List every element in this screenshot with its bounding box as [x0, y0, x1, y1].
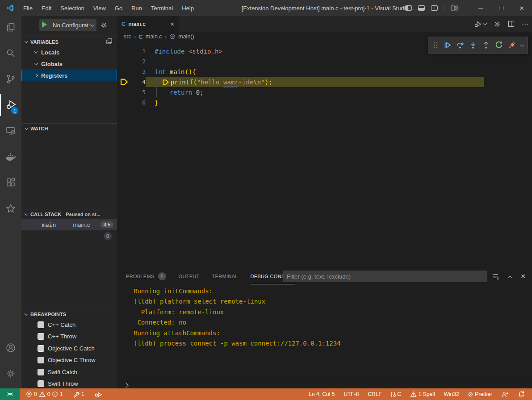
eol-indicator[interactable]: CRLF — [365, 388, 384, 400]
chevron-down-icon — [90, 22, 95, 27]
breakpoint-checkbox[interactable] — [38, 333, 44, 340]
split-editor-icon[interactable] — [508, 21, 515, 27]
menu-selection[interactable]: Selection — [56, 0, 88, 16]
breakpoint-gutter[interactable] — [117, 46, 131, 56]
code-line[interactable]: 3int main(){ — [117, 67, 532, 77]
source-control-icon[interactable] — [0, 68, 21, 90]
maximize-button[interactable] — [491, 0, 511, 16]
minimize-button[interactable] — [470, 0, 491, 16]
toggle-secondary-sidebar-icon[interactable] — [431, 5, 438, 11]
variables-scope-registers[interactable]: Registers — [21, 70, 117, 81]
menu-help[interactable]: Help — [177, 0, 198, 16]
breakpoint-gutter[interactable] — [117, 56, 131, 67]
tab-main-c[interactable]: C main.c × — [117, 16, 179, 32]
step-over-icon[interactable] — [456, 41, 465, 50]
tab-close-icon[interactable]: × — [171, 21, 174, 28]
call-stack-header[interactable]: CALL STACK Paused on st... — [21, 209, 117, 219]
customize-layout-icon[interactable] — [451, 5, 458, 11]
breakpoint-row[interactable]: Objective C Catch — [21, 342, 117, 354]
menu-go[interactable]: Go — [110, 0, 127, 16]
breakpoint-gutter[interactable] — [117, 87, 131, 97]
breakpoint-checkbox[interactable] — [38, 321, 44, 328]
breadcrumb-file[interactable]: main.c — [146, 33, 162, 40]
run-or-debug-button[interactable] — [474, 20, 486, 28]
continue-icon[interactable] — [443, 41, 452, 50]
toggle-sidebar-icon[interactable] — [405, 5, 412, 11]
language-mode[interactable]: { } C — [388, 388, 404, 400]
clear-console-icon[interactable] — [492, 273, 499, 280]
breadcrumb-symbol[interactable]: main() — [178, 33, 194, 40]
disconnect-icon[interactable] — [507, 41, 516, 50]
menu-view[interactable]: View — [89, 0, 110, 16]
start-debug-icon[interactable] — [42, 21, 47, 28]
breakpoint-row[interactable]: C++ Catch — [21, 319, 117, 331]
encoding-indicator[interactable]: UTF-8 — [341, 388, 361, 400]
step-out-icon[interactable] — [482, 41, 490, 50]
breakpoint-checkbox[interactable] — [38, 357, 44, 363]
code-line[interactable]: 6} — [117, 97, 532, 108]
settings-gear-icon[interactable] — [0, 362, 21, 385]
variables-scope-locals[interactable]: Locals — [21, 46, 117, 58]
menu-terminal[interactable]: Terminal — [147, 0, 177, 16]
breakpoint-gutter[interactable] — [117, 77, 131, 87]
toolbar-grip-icon[interactable] — [432, 41, 439, 50]
run-and-debug-icon[interactable]: 1 — [0, 94, 21, 116]
restart-icon[interactable] — [494, 41, 503, 50]
debug-console-output[interactable]: Running initCommands:(lldb) platform sel… — [117, 286, 532, 381]
explorer-icon[interactable] — [0, 16, 21, 38]
remote-indicator[interactable]: >< — [0, 388, 20, 400]
panel-tab-output[interactable]: OUTPUT — [179, 268, 200, 284]
close-button[interactable]: ✕ — [511, 0, 532, 16]
feedback-icon[interactable] — [498, 388, 511, 400]
breakpoint-checkbox[interactable] — [38, 369, 44, 375]
debug-status-icon[interactable] — [92, 388, 105, 400]
remote-explorer-icon[interactable] — [0, 120, 21, 142]
code-line[interactable]: 5 return 0; — [117, 87, 532, 97]
code-editor[interactable]: 1#include <stdio.h>23int main(){4 printf… — [117, 42, 532, 268]
menu-edit[interactable]: Edit — [37, 0, 56, 16]
breakpoint-row[interactable]: Swift Catch — [21, 366, 117, 378]
panel-tab-terminal[interactable]: TERMINAL — [212, 268, 238, 284]
breadcrumb-folder[interactable]: src — [124, 33, 131, 40]
cursor-position[interactable]: Ln 4, Col 5 — [306, 388, 337, 400]
spell-checker-status[interactable]: 1 Spell — [407, 388, 438, 400]
close-panel-icon[interactable]: ✕ — [520, 273, 526, 280]
extensions-icon[interactable] — [0, 171, 21, 194]
breakpoint-checkbox[interactable] — [38, 345, 44, 352]
menu-run[interactable]: Run — [127, 0, 147, 16]
watch-header[interactable]: WATCH — [21, 123, 117, 133]
formatter-status[interactable]: ⊘ Prettier — [465, 388, 495, 400]
breakpoints-header[interactable]: BREAKPOINTS — [21, 309, 117, 319]
variables-header[interactable]: VARIABLES — [21, 37, 117, 46]
notifications-bell-icon[interactable] — [515, 388, 528, 400]
menu-file[interactable]: File — [19, 0, 37, 16]
code-line[interactable]: 4 printf("hello wamr-ide\n"); — [117, 77, 532, 87]
variables-scope-globals[interactable]: Globals — [21, 58, 117, 70]
breakpoint-row[interactable]: C++ Throw — [21, 331, 117, 343]
step-into-icon[interactable] — [469, 41, 478, 50]
debug-settings-gear-icon[interactable] — [100, 21, 108, 29]
editor-settings-gear-icon[interactable] — [494, 21, 501, 28]
chevron-down-icon[interactable] — [520, 42, 524, 47]
ports-status[interactable]: 1 — [70, 388, 87, 400]
debug-config-dropdown[interactable]: No Configurat — [39, 19, 96, 31]
collapse-all-icon[interactable] — [106, 38, 113, 45]
panel-tab-problems[interactable]: PROBLEMS1 — [126, 268, 166, 284]
platform-indicator[interactable]: Win32 — [441, 388, 462, 400]
debug-console-input[interactable] — [117, 381, 532, 389]
account-icon[interactable] — [0, 337, 21, 359]
console-filter-input[interactable] — [283, 271, 487, 282]
docker-icon[interactable] — [0, 146, 21, 168]
more-actions-icon[interactable]: ⋯ — [522, 20, 528, 28]
breakpoint-gutter[interactable] — [117, 67, 131, 77]
code-line[interactable]: 2 — [117, 56, 532, 67]
breakpoint-checkbox[interactable] — [38, 380, 44, 387]
star-extension-icon[interactable] — [0, 197, 21, 220]
toggle-panel-icon[interactable] — [418, 5, 425, 11]
breakpoint-gutter[interactable] — [117, 97, 131, 108]
breakpoint-row[interactable]: Objective C Throw — [21, 354, 117, 367]
search-icon[interactable] — [0, 42, 21, 64]
problems-status[interactable]: 0 0 1 — [23, 388, 66, 400]
stack-frame-row[interactable]: main main.c 4:5 — [21, 219, 117, 230]
maximize-panel-icon[interactable] — [508, 275, 512, 280]
